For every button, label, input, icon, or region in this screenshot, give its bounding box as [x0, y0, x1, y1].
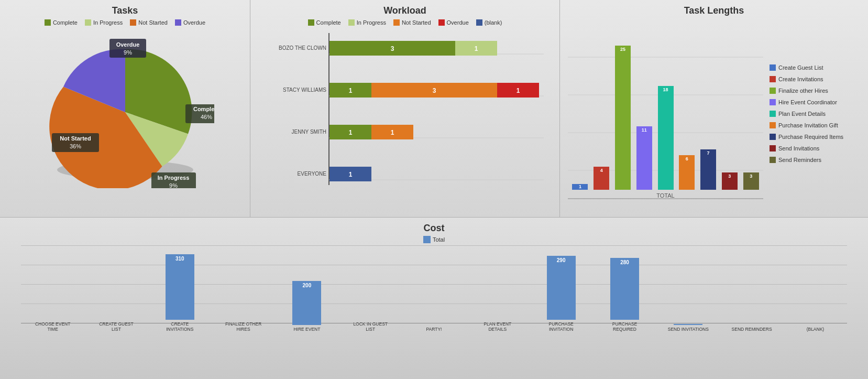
wl-blank-color — [476, 19, 482, 26]
tl-bar-group-6: 6 — [677, 19, 697, 190]
cost-legend: Total — [5, 236, 863, 243]
overdue-color — [175, 19, 181, 26]
cost-bar-group-lockin: LOCK IN GUEST LIST — [339, 254, 402, 332]
tl-bar-4: 11 — [636, 126, 652, 190]
tl-bar-group-8: 3 — [720, 19, 739, 190]
tl-bar-8: 3 — [722, 172, 738, 190]
wl-r2-notstarted-val: 3 — [433, 87, 436, 94]
tl-bar-group-7: 7 — [699, 19, 718, 190]
tl-legend-color-1 — [770, 64, 776, 71]
workload-chart-svg: BOZO THE CLOWN 3 1 STACY WILLIAMS 1 3 1 — [256, 28, 554, 206]
cost-chart: CHOOSE EVENT TIME CREATE GUEST LIST 310 … — [5, 245, 863, 332]
cost-bar-group-sendrem: SEND REMINDERS — [720, 254, 783, 332]
inprogress-pct: 9% — [169, 182, 178, 188]
cost-label-purchreq: PURCHASE REQUIRED — [603, 321, 645, 332]
cost-label-blank: (BLANK) — [794, 327, 836, 332]
wl-row2-label: STACY WILLIAMS — [283, 87, 326, 93]
tl-legend-color-2 — [770, 76, 776, 82]
tl-bar-group-5: 18 — [656, 19, 675, 190]
tl-bar-2: 4 — [594, 167, 609, 190]
tasklengths-panel: Task Lengths — [560, 0, 868, 217]
inprogress-color — [85, 19, 91, 26]
cost-bar-purchinv: 290 — [547, 256, 576, 320]
tl-legend-color-6 — [770, 122, 776, 128]
cost-bar-group-choose: CHOOSE EVENT TIME — [21, 254, 84, 332]
wl-row4-label: EVERYONE — [298, 171, 327, 177]
wl-r1-inprogress-val: 1 — [475, 45, 478, 52]
wl-r1-complete-val: 3 — [391, 45, 394, 52]
notstarted-color — [130, 19, 136, 26]
inprogress-label-text: In Progress — [157, 175, 189, 181]
cost-bar-invitations: 310 — [166, 254, 194, 320]
tl-legend-label-1: Create Guest List — [778, 64, 823, 71]
tl-legend-color-8 — [770, 145, 776, 151]
tl-legend-label-5: Plan Event Details — [778, 111, 826, 117]
cost-label-hire: HIRE EVENT — [286, 327, 328, 332]
wl-row1-label: BOZO THE CLOWN — [279, 45, 326, 51]
cost-bar-group-sendinv: SEND INVITATIONS — [656, 254, 720, 332]
cost-label-guestlist: CREATE GUEST LIST — [95, 321, 137, 332]
complete-label-text: Complete — [193, 106, 214, 112]
top-row: Tasks Complete In Progress Not Started O… — [0, 0, 868, 218]
cost-label-finalize: FINALIZE OTHER HIRES — [223, 321, 265, 332]
cost-bar-group-plan: PLAN EVENT DETAILS — [466, 254, 529, 332]
tl-bar-3: 25 — [615, 46, 631, 190]
cost-legend-label: Total — [433, 236, 445, 243]
workload-legend: Complete In Progress Not Started Overdue… — [256, 19, 554, 26]
tl-bar-1: 1 — [572, 184, 588, 190]
tl-bar-group-3: 25 — [613, 19, 633, 190]
pie-chart: Complete 46% In Progress 9% Not Started … — [36, 31, 214, 188]
legend-overdue: Overdue — [175, 19, 205, 26]
wl-row3-label: JENNY SMITH — [292, 129, 327, 135]
wl-legend-inprogress-label: In Progress — [357, 19, 386, 26]
tl-legend-item-5: Plan Event Details — [770, 111, 860, 117]
cost-title: Cost — [5, 223, 863, 234]
wl-r3-complete-val: 1 — [349, 129, 353, 136]
legend-inprogress: In Progress — [85, 19, 123, 26]
tl-legend-color-7 — [770, 134, 776, 140]
tl-bar-4-val: 11 — [636, 127, 652, 133]
legend-notstarted-label: Not Started — [138, 19, 168, 26]
tl-legend-item-6: Purchase Invitation Gift — [770, 122, 860, 128]
wl-legend-notstarted: Not Started — [393, 19, 431, 26]
tl-bar-3-val: 25 — [615, 47, 631, 52]
cost-label-sendinv: SEND INVITATIONS — [667, 327, 709, 332]
overdue-pct: 9% — [124, 49, 132, 56]
overdue-label-text: Overdue — [116, 41, 139, 48]
tl-bar-2-val: 4 — [594, 168, 609, 173]
wl-legend-notstarted-label: Not Started — [402, 19, 431, 26]
tasks-legend: Complete In Progress Not Started Overdue — [5, 19, 245, 26]
tl-legend-label-6: Purchase Invitation Gift — [778, 122, 838, 128]
cost-label-sendrem: SEND REMINDERS — [731, 327, 773, 332]
tl-legend-label-9: Send Reminders — [778, 157, 821, 163]
legend-inprogress-label: In Progress — [93, 19, 123, 26]
legend-notstarted: Not Started — [130, 19, 168, 26]
tl-bar-9: 3 — [743, 172, 759, 190]
tl-bar-6: 6 — [679, 155, 695, 190]
cost-label-purchinv: PURCHASE INVITATION — [540, 321, 582, 332]
wl-legend-inprogress: In Progress — [348, 19, 386, 26]
tl-bar-5-val: 18 — [658, 87, 674, 92]
cost-label-plan: PLAN EVENT DETAILS — [477, 321, 519, 332]
wl-legend-overdue: Overdue — [438, 19, 469, 26]
cost-bar-purchinv-val: 290 — [547, 257, 576, 263]
cost-bar-group-purchinv: 290 PURCHASE INVITATION — [530, 254, 593, 332]
tl-legend-item-1: Create Guest List — [770, 64, 860, 71]
wl-complete-color — [308, 19, 314, 26]
wl-overdue-color — [438, 19, 445, 26]
tl-bar-7-val: 7 — [700, 150, 716, 156]
cost-bar-hire: 200 — [292, 281, 321, 325]
cost-bar-group-hire: 200 HIRE EVENT — [275, 254, 338, 332]
tl-bar-group-4: 11 — [634, 19, 654, 190]
tl-legend-item-3: Finalize other Hires — [770, 88, 860, 94]
tl-legend-label-2: Create Invitations — [778, 76, 823, 82]
cost-panel: Cost Total CHOOSE EVENT TIME — [0, 218, 868, 379]
workload-panel: Workload Complete In Progress Not Starte… — [250, 0, 560, 217]
tl-legend-color-5 — [770, 111, 776, 117]
tl-bar-8-val: 3 — [722, 174, 738, 179]
cost-bar-group-finalize: FINALIZE OTHER HIRES — [212, 254, 275, 332]
tl-legend-item-9: Send Reminders — [770, 157, 860, 163]
notstarted-label-text: Not Started — [60, 135, 91, 142]
tl-legend-color-9 — [770, 157, 776, 163]
tasks-panel: Tasks Complete In Progress Not Started O… — [0, 0, 250, 217]
